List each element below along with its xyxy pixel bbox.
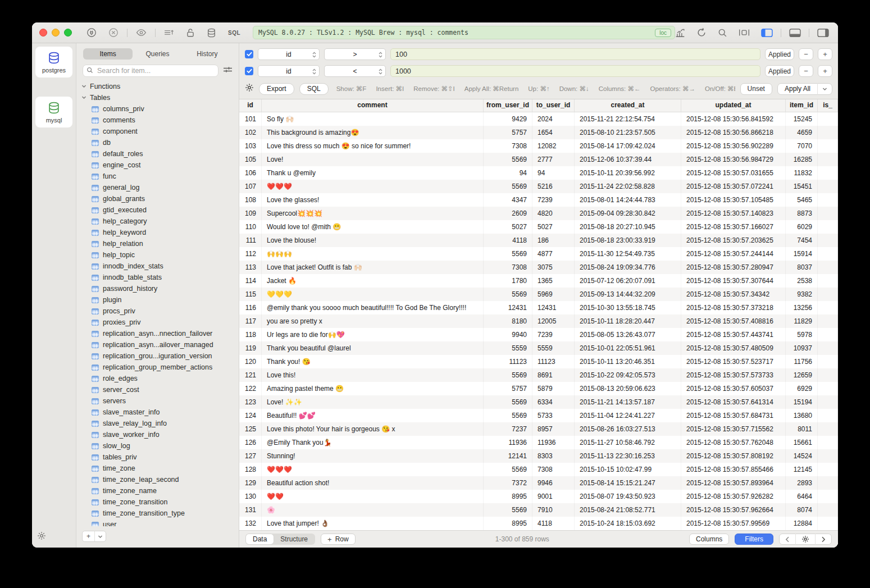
cell-from_user_id[interactable]: 5027 — [484, 220, 532, 234]
cell-is_[interactable] — [818, 328, 838, 341]
cell-from_user_id[interactable]: 5569 — [484, 247, 532, 261]
previous-page-icon[interactable] — [780, 536, 795, 543]
cell-from_user_id[interactable]: 5569 — [484, 180, 532, 193]
sidebar-table-item[interactable]: innodb_table_stats — [76, 272, 239, 283]
cell-from_user_id[interactable]: 7308 — [484, 139, 532, 153]
sql-editor-icon[interactable]: SQL — [228, 30, 240, 36]
cell-updated_at[interactable]: 2015-12-08 15:30:57.072241 — [681, 180, 786, 193]
cell-updated_at[interactable]: 2015-12-08 15:30:57.166027 — [681, 220, 786, 234]
cell-created_at[interactable]: 2015-08-14 17:09:42.024 — [575, 139, 681, 153]
cell-item_id[interactable]: 6029 — [786, 220, 818, 234]
cell-id[interactable]: 115 — [239, 288, 262, 301]
cell-to_user_id[interactable]: 8691 — [532, 368, 575, 382]
cell-comment[interactable]: Love the blouse! — [262, 234, 484, 247]
cell-item_id[interactable]: 7454 — [786, 234, 818, 247]
cell-is_[interactable] — [818, 193, 838, 207]
cell-is_[interactable] — [818, 301, 838, 314]
cell-created_at[interactable]: 2015-08-18 23:00:33.919 — [575, 234, 681, 247]
cell-comment[interactable]: Would love to! @mith 😬 — [262, 220, 484, 234]
zoom-button[interactable] — [64, 29, 72, 37]
sql-button[interactable]: SQL — [299, 83, 329, 95]
connection-mysql[interactable]: mysql — [35, 97, 72, 127]
cell-updated_at[interactable]: 2015-12-08 15:30:57.893964 — [681, 476, 786, 490]
cell-created_at[interactable]: 2015-10-01 22:05:51.961 — [575, 341, 681, 355]
sidebar-table-item[interactable]: time_zone_transition — [76, 496, 239, 508]
cell-is_[interactable] — [818, 220, 838, 234]
cell-from_user_id[interactable]: 5559 — [484, 341, 532, 355]
cell-from_user_id[interactable]: 12141 — [484, 449, 532, 463]
cell-id[interactable]: 109 — [239, 207, 262, 220]
cell-to_user_id[interactable]: 9946 — [532, 476, 575, 490]
cell-updated_at[interactable]: 2015-12-08 15:30:57.443741 — [681, 328, 786, 341]
cell-comment[interactable]: Amazing pastel theme 😬 — [262, 382, 484, 395]
sidebar-table-item[interactable]: db — [76, 137, 239, 148]
tab-history[interactable]: History — [183, 48, 232, 60]
cell-updated_at[interactable]: 2015-12-08 15:30:56.866218 — [681, 126, 786, 139]
cell-created_at[interactable]: 2015-10-11 18:28:20.447 — [575, 314, 681, 328]
cell-from_user_id[interactable]: 7372 — [484, 476, 532, 490]
cell-is_[interactable] — [818, 368, 838, 382]
sidebar-table-item[interactable]: time_zone_name — [76, 485, 239, 496]
cell-updated_at[interactable]: 2015-12-08 15:30:57.140823 — [681, 207, 786, 220]
cell-created_at[interactable]: 2015-11-24 22:02:58.828 — [575, 180, 681, 193]
cell-to_user_id[interactable]: 5216 — [532, 180, 575, 193]
cell-created_at[interactable]: 2015-11-13 22:30:16.253 — [575, 449, 681, 463]
cell-id[interactable]: 101 — [239, 112, 262, 126]
cell-comment[interactable]: Stunning! — [262, 449, 484, 463]
cell-created_at[interactable]: 2015-08-14 15:15:21.247 — [575, 476, 681, 490]
apply-all-button[interactable]: Apply All — [777, 83, 832, 95]
cell-item_id[interactable]: 12659 — [786, 368, 818, 382]
export-button[interactable]: Export — [259, 83, 294, 95]
cell-from_user_id[interactable]: 7308 — [484, 261, 532, 274]
cell-comment[interactable]: 🙌🙌🙌 — [262, 247, 484, 261]
cell-updated_at[interactable]: 2015-12-08 15:30:57.523717 — [681, 355, 786, 368]
cell-to_user_id[interactable]: 4877 — [532, 247, 575, 261]
cell-id[interactable]: 118 — [239, 328, 262, 341]
cell-to_user_id[interactable]: 5027 — [532, 220, 575, 234]
cell-updated_at[interactable]: 2015-12-08 15:30:57.715562 — [681, 422, 786, 436]
cell-comment[interactable]: Supercool💥💥💥 — [262, 207, 484, 220]
cell-item_id[interactable]: 5465 — [786, 193, 818, 207]
cell-id[interactable]: 110 — [239, 220, 262, 234]
cell-is_[interactable] — [818, 382, 838, 395]
toggle-bottom-panel-icon[interactable] — [789, 28, 801, 38]
cell-id[interactable]: 132 — [239, 517, 262, 530]
table-row[interactable]: 110Would love to! @mith 😬502750272015-08… — [239, 220, 838, 234]
cell-is_[interactable] — [818, 153, 838, 166]
table-row[interactable]: 127Stunning!1214183032015-11-13 22:30:16… — [239, 449, 838, 463]
cell-id[interactable]: 131 — [239, 503, 262, 517]
cell-created_at[interactable]: 2015-10-15 10:02:47.99 — [575, 463, 681, 476]
cell-updated_at[interactable]: 2015-12-08 15:30:57.641314 — [681, 395, 786, 409]
column-header-to_user_id[interactable]: to_user_id — [532, 99, 575, 112]
cell-id[interactable]: 106 — [239, 166, 262, 180]
cell-comment[interactable]: ❤️❤️ — [262, 490, 484, 503]
cell-updated_at[interactable]: 2015-12-08 15:30:57.34342 — [681, 288, 786, 301]
toggle-left-panel-icon[interactable] — [761, 28, 773, 38]
cell-from_user_id[interactable]: 5757 — [484, 126, 532, 139]
item-search-field[interactable] — [83, 65, 218, 77]
cell-created_at[interactable]: 2015-10-22 09:42:05.573 — [575, 368, 681, 382]
connection-postgres[interactable]: postgres — [35, 47, 72, 78]
cell-comment[interactable]: Love this dress so much 😍 so nice for su… — [262, 139, 484, 153]
cell-updated_at[interactable]: 2015-12-08 15:30:57.808192 — [681, 449, 786, 463]
cell-item_id[interactable]: 2893 — [786, 476, 818, 490]
cell-to_user_id[interactable]: 1365 — [532, 274, 575, 288]
filter-value-input[interactable]: 1000 — [390, 65, 760, 77]
disconnect-icon[interactable] — [108, 28, 119, 38]
cell-to_user_id[interactable]: 5733 — [532, 409, 575, 422]
table-row[interactable]: 119Thank you beautiful @laurel5559555920… — [239, 341, 838, 355]
cell-to_user_id[interactable]: 9001 — [532, 490, 575, 503]
cell-item_id[interactable]: 8074 — [786, 503, 818, 517]
cell-from_user_id[interactable]: 1780 — [484, 274, 532, 288]
tab-data[interactable]: Data — [246, 534, 274, 544]
columns-button[interactable]: Columns — [689, 534, 729, 545]
cell-is_[interactable] — [818, 436, 838, 449]
cell-to_user_id[interactable]: 7308 — [532, 463, 575, 476]
filters-button[interactable]: Filters — [735, 534, 773, 545]
cell-to_user_id[interactable]: 4118 — [532, 517, 575, 530]
cell-comment[interactable]: Beautiful action shot! — [262, 476, 484, 490]
cell-comment[interactable]: Love! ✨✨ — [262, 395, 484, 409]
cell-from_user_id[interactable]: 11936 — [484, 436, 532, 449]
cell-to_user_id[interactable]: 12005 — [532, 314, 575, 328]
sidebar-table-item[interactable]: gtid_executed — [76, 204, 239, 216]
